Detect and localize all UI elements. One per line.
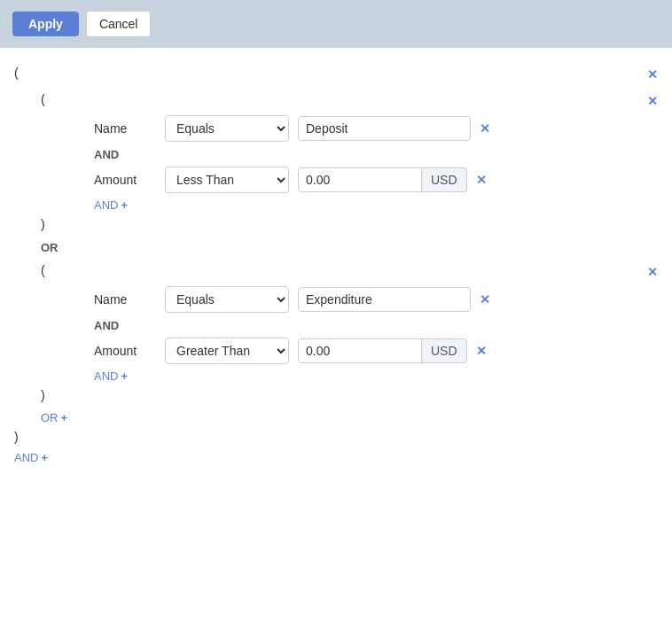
- toolbar: Apply Cancel: [0, 0, 672, 48]
- group1-amount-label: Amount: [94, 173, 156, 187]
- group2-name-label: Name: [94, 292, 156, 307]
- group2-amount-operator[interactable]: Equals Not Equals Less Than Greater Than…: [165, 338, 289, 364]
- group1-amount-currency: USD: [422, 167, 467, 192]
- cancel-button[interactable]: Cancel: [86, 11, 152, 37]
- group2-amount-currency: USD: [422, 338, 467, 363]
- group1-amount-value[interactable]: [298, 167, 422, 192]
- group1-open-paren: (: [41, 92, 45, 106]
- or-add-group[interactable]: OR +: [41, 411, 658, 424]
- group1-name-label: Name: [94, 121, 156, 136]
- group2-name-operator[interactable]: Equals Not Equals Contains Starts With E…: [165, 286, 289, 313]
- group1-close-paren: ): [41, 217, 45, 231]
- group1-name-value[interactable]: [298, 116, 471, 141]
- group1-amount-operator[interactable]: Equals Not Equals Less Than Greater Than…: [165, 167, 289, 193]
- apply-button[interactable]: Apply: [12, 12, 79, 36]
- group2-amount-value[interactable]: [298, 338, 422, 363]
- main-content: ( ✕ ( ✕ Name Equals Not Equals Contains …: [0, 48, 672, 629]
- outer-close-x[interactable]: ✕: [647, 67, 658, 82]
- group1-amount-close-x[interactable]: ✕: [476, 173, 487, 187]
- group2-amount-close-x[interactable]: ✕: [476, 344, 487, 358]
- group2-amount-label: Amount: [94, 344, 156, 358]
- group1-name-close-x[interactable]: ✕: [480, 121, 490, 136]
- group2-and-connector: AND: [94, 319, 119, 332]
- group2-close-x[interactable]: ✕: [647, 265, 658, 279]
- group1-name-operator[interactable]: Equals Not Equals Contains Starts With E…: [165, 115, 289, 142]
- group2-name-value[interactable]: [298, 287, 471, 312]
- outer-open-paren: (: [14, 66, 19, 80]
- group1-add-condition[interactable]: AND +: [94, 198, 658, 212]
- outer-close-paren: ): [14, 430, 19, 444]
- group2-close-paren: ): [41, 388, 45, 402]
- group2-name-close-x[interactable]: ✕: [480, 292, 490, 307]
- group1-close-x[interactable]: ✕: [647, 94, 658, 108]
- and-add-outer[interactable]: AND +: [14, 451, 658, 464]
- group2-add-condition[interactable]: AND +: [94, 369, 658, 383]
- or-connector: OR: [41, 241, 59, 254]
- group1-and-connector: AND: [94, 148, 119, 161]
- group2-open-paren: (: [41, 263, 45, 277]
